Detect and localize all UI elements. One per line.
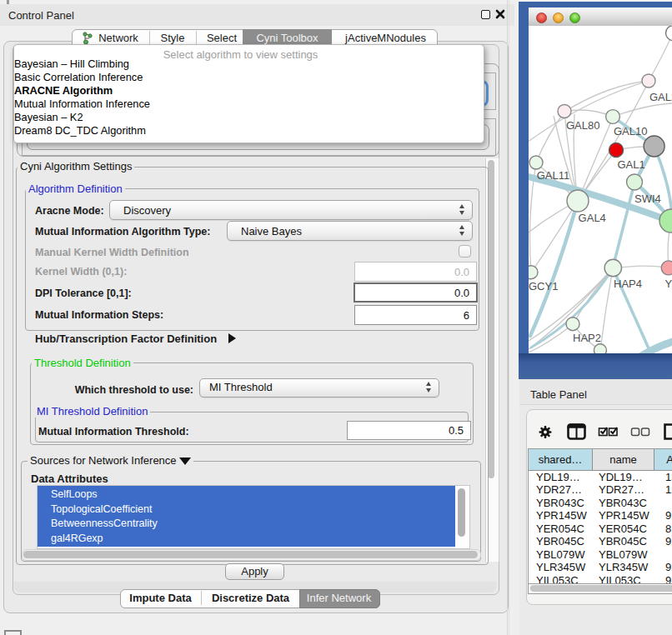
svg-text:GCY1: GCY1	[529, 280, 558, 292]
svg-text:GAL1: GAL1	[618, 158, 645, 171]
svg-text:HAP2: HAP2	[573, 332, 601, 344]
svg-text:Y: Y	[665, 278, 672, 290]
svg-text:GAL4: GAL4	[579, 212, 606, 224]
svg-text:GAL10: GAL10	[614, 125, 647, 138]
svg-text:SWI4: SWI4	[634, 192, 661, 205]
svg-text:GAL11: GAL11	[537, 169, 570, 182]
svg-text:HAP4: HAP4	[614, 278, 642, 290]
svg-text:GAL2: GAL2	[649, 91, 672, 103]
svg-text:GAL80: GAL80	[566, 119, 599, 132]
